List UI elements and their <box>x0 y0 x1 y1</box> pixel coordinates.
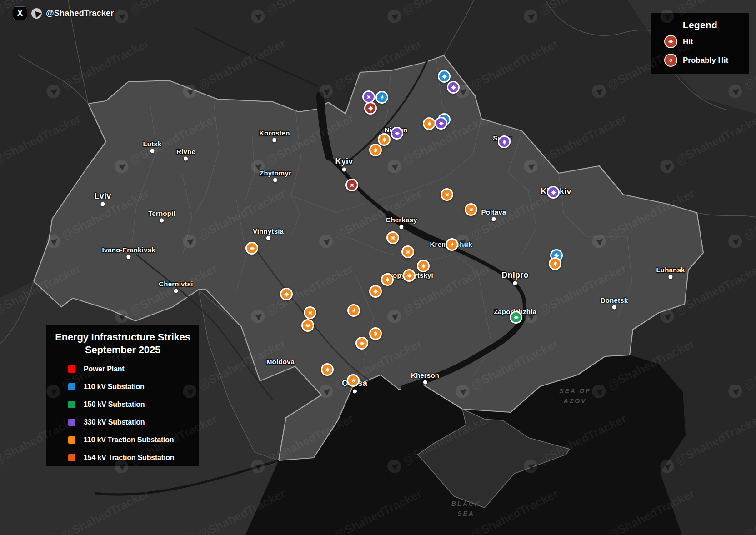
city-label: Zhytomyr <box>260 169 291 177</box>
city-luhansk: Luhansk <box>656 266 685 279</box>
strike-marker-power_plant-burst <box>364 102 377 115</box>
city-label: Lviv <box>95 191 111 201</box>
city-label: Vinnytsia <box>253 227 284 235</box>
city-lviv: Lviv <box>95 191 111 206</box>
burst-icon <box>372 288 379 295</box>
burst-icon <box>367 105 374 112</box>
burst-icon <box>550 189 557 196</box>
city-label: Lutsk <box>143 140 161 148</box>
city-label: Donetsk <box>601 296 628 304</box>
strike-marker-traction_110-burst <box>378 133 391 146</box>
burst-icon <box>426 120 433 127</box>
map-title-line2: September 2025 <box>46 344 199 356</box>
city-dot <box>273 178 277 182</box>
city-dot <box>127 255 131 259</box>
city-label: Ternopil <box>148 210 175 217</box>
key-item-154-kv-traction-substation: 154 kV Traction Substation <box>68 454 199 462</box>
burst-icon <box>420 263 427 270</box>
strike-marker-substation_330-burst <box>498 135 511 148</box>
burst-icon <box>349 182 355 189</box>
strike-marker-traction_110-burst <box>549 257 561 270</box>
city-vinnytsia: Vinnytsia <box>253 227 284 240</box>
burst-icon <box>513 314 520 321</box>
strike-marker-traction_110-burst <box>423 117 436 130</box>
strike-marker-substation_110-burst <box>438 70 451 83</box>
city-dot <box>184 157 188 161</box>
city-moldova: Moldova <box>266 358 295 365</box>
burst-icon <box>324 366 331 373</box>
legend-item-hit: Hit <box>664 35 749 48</box>
city-label: Ivano-Frankivsk <box>102 246 155 254</box>
city-dnipro: Dnipro <box>501 270 528 285</box>
key-item-110-kv-substation: 110 kV Substation <box>68 383 199 391</box>
strike-marker-traction_110-burst <box>381 273 394 286</box>
map-title: Energy Infrastructure Strikes September … <box>46 325 199 356</box>
burst-icon <box>305 322 311 329</box>
color-swatch <box>68 401 75 408</box>
city-kyiv: Kyiv <box>335 157 353 172</box>
strike-marker-traction_110-burst <box>304 306 316 319</box>
burst-icon <box>444 191 451 198</box>
infographic-canvas: SEA OFAZOVBLACKSEA LutskRivneKorostenZhy… <box>0 0 756 535</box>
map-key-items: Power Plant110 kV Substation150 kV Subst… <box>46 365 199 462</box>
city-ivano-frankivsk: Ivano-Frankivsk <box>102 246 155 259</box>
burst-icon <box>552 260 559 267</box>
burst-icon <box>450 84 457 91</box>
legend-title: Legend <box>651 13 749 30</box>
account-handle: @ShahedTracker <box>46 9 114 18</box>
strike-marker-traction_110-burst <box>245 242 258 255</box>
city-dot <box>342 168 346 172</box>
flame-icon <box>667 57 674 64</box>
legend-item-label: Hit <box>683 37 693 46</box>
city-dot <box>273 138 277 142</box>
city-kherson: Kherson <box>411 371 439 385</box>
legend-item-label: Probably Hit <box>683 56 728 65</box>
strike-marker-traction_110-burst <box>369 327 382 340</box>
city-korosten: Korosten <box>259 129 290 142</box>
key-item-power-plant: Power Plant <box>68 365 199 373</box>
city-dot <box>668 275 672 279</box>
shahedtracker-logo-icon <box>31 8 42 19</box>
city-label: Kherson <box>411 371 439 379</box>
strike-marker-traction_110-burst <box>441 188 453 201</box>
sea-label-black-sea: BLACKSEA <box>451 499 481 519</box>
city-label: Moldova <box>266 358 295 365</box>
city-label: Kyiv <box>335 157 353 166</box>
burst-icon <box>406 272 413 279</box>
city-label: Luhansk <box>656 266 685 274</box>
city-dot <box>353 390 357 394</box>
city-ternopil: Ternopil <box>148 210 175 223</box>
burst-icon <box>438 120 445 127</box>
burst-icon <box>283 291 290 298</box>
key-item-label: 150 kV Substation <box>84 400 145 409</box>
key-item-label: 110 kV Traction Substation <box>84 436 174 444</box>
strike-marker-traction_110-burst <box>403 269 416 282</box>
burst-icon <box>441 73 448 80</box>
burst-icon <box>307 310 314 316</box>
strike-marker-traction_110-burst <box>465 203 477 216</box>
strike-marker-substation_330-burst <box>362 90 375 103</box>
key-item-label: 154 kV Traction Substation <box>84 454 174 462</box>
city-donetsk: Donetsk <box>601 296 628 310</box>
strike-marker-traction_110-burst <box>355 337 368 350</box>
color-swatch <box>68 419 75 426</box>
drone-silhouette-icon <box>32 9 41 18</box>
key-item-330-kv-substation: 330 kV Substation <box>68 418 199 426</box>
city-lutsk: Lutsk <box>143 140 161 153</box>
city-dot <box>160 219 164 223</box>
color-swatch <box>68 436 75 444</box>
strike-marker-traction_110-flame <box>347 374 360 387</box>
flame-icon <box>350 377 357 384</box>
city-chernivtsi: Chernivtsi <box>159 280 193 293</box>
key-item-label: 330 kV Substation <box>84 418 145 426</box>
strike-marker-substation_110-flame <box>375 91 388 104</box>
legend-item-probably-hit: Probably Hit <box>664 54 749 67</box>
strike-marker-traction_110-flame <box>446 238 458 251</box>
strike-marker-substation_330-burst <box>435 117 447 130</box>
burst-icon <box>394 130 401 137</box>
color-swatch <box>68 365 75 373</box>
key-item-label: 110 kV Substation <box>84 383 145 391</box>
city-dot <box>174 289 178 293</box>
burst-icon <box>381 136 388 143</box>
burst-icon <box>365 94 372 100</box>
